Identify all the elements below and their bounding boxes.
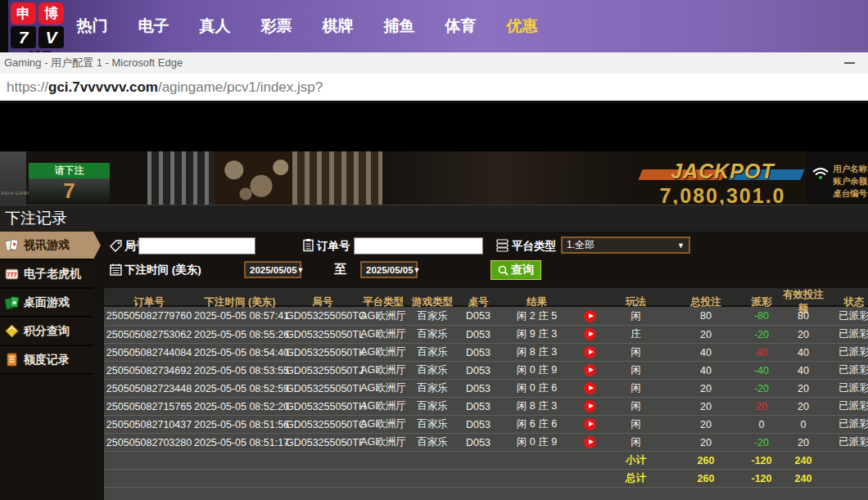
status-cell: 已派彩 (829, 327, 868, 341)
payout-cell: -80 (745, 310, 778, 322)
table-no-cell: D053 (458, 365, 499, 376)
result-cell: 闲 2 庄 5 (499, 309, 575, 323)
total-bet-cell: 40 (667, 347, 745, 358)
date-from-select[interactable]: 2025/05/05 ▼ (244, 261, 301, 278)
valid-bet-cell: 40 (778, 347, 829, 358)
game-type-cell: 百家乐 (407, 309, 458, 323)
order-cell: 250505082703280 (104, 437, 194, 448)
status-cell: 已派彩 (829, 381, 868, 395)
play-button[interactable] (584, 364, 596, 376)
platform-cell: AG欧洲厅 (359, 435, 407, 449)
bet-prompt: 请下注 (29, 163, 110, 178)
play-button[interactable] (584, 400, 596, 412)
game-type-cell: 百家乐 (407, 399, 458, 413)
nav-item-electronic[interactable]: 电子 (123, 16, 184, 37)
nav-item-sports[interactable]: 体育 (430, 16, 491, 37)
sum-valid-bet-cell: 240 (778, 473, 829, 484)
order-cell: 250505082753062 (104, 329, 194, 340)
column-header: 派彩 (745, 295, 778, 309)
search-button-label: 查询 (511, 263, 534, 277)
nav-item-chess[interactable]: 棋牌 (307, 16, 368, 37)
time-cell: 2025-05-05 08:51:56 (194, 419, 286, 430)
time-cell: 2025-05-05 08:52:20 (194, 401, 286, 412)
sidebar-item-points-query[interactable]: 积分查询 (0, 318, 93, 346)
nav-item-promo[interactable]: 优惠 (491, 16, 553, 37)
sidebar-item-slot-machines[interactable]: 777电子老虎机 (0, 260, 93, 289)
sidebar-item-label: 视讯游戏 (24, 238, 70, 253)
jackpot-banner: JACKPOT 7,080,301.0 (639, 151, 807, 205)
svg-text:777: 777 (7, 271, 17, 278)
play-button[interactable] (584, 436, 596, 448)
url-path: /agingame/pcv1/index.jsp? (158, 79, 323, 95)
column-header: 结果 (499, 295, 575, 309)
round-cell: GD053255050TI (286, 383, 359, 394)
round-input[interactable] (138, 237, 255, 255)
table-body: 2505050827797602025-05-05 08:57:41GD0532… (104, 305, 868, 500)
date-to-select[interactable]: 2025/05/05 ▼ (360, 261, 418, 278)
play-button[interactable] (584, 346, 596, 358)
total-bet-cell: 20 (667, 419, 745, 430)
sidebar-item-table-games[interactable]: ♣桌面游戏 (0, 289, 93, 318)
browser-url-bar[interactable]: https://gci.7vvvvvv.com/agingame/pcv1/in… (0, 74, 868, 103)
time-cell: 2025-05-05 08:54:40 (194, 347, 286, 358)
bet-on-cell: 闲 (605, 417, 667, 431)
search-button[interactable]: 查询 (491, 260, 541, 280)
play-button[interactable] (584, 382, 596, 394)
column-header: 玩法 (605, 295, 667, 309)
table-row: 2505050827104372025-05-05 08:51:56GD0532… (104, 415, 868, 433)
jackpot-value: 7,080,301.0 (639, 184, 807, 205)
valid-bet-cell: 20 (778, 329, 829, 340)
platform-cell: AG欧洲厅 (359, 309, 407, 323)
nav-item-live[interactable]: 真人 (184, 16, 246, 37)
play-button[interactable] (584, 328, 596, 340)
bet-on-cell: 闲 (605, 381, 667, 395)
sidebar-item-credit-records[interactable]: 额度记录 (0, 346, 93, 375)
order-filter-label: 订单号 (317, 239, 350, 254)
sum-label-cell: 小计 (605, 453, 667, 467)
account-label: 用户名称 (833, 163, 868, 175)
result-cell: 闲 8 庄 3 (499, 345, 575, 359)
column-header: 总投注 (667, 295, 745, 309)
status-cell: 已派彩 (829, 417, 868, 431)
bet-countdown: 7 (29, 178, 110, 205)
total-bet-cell: 20 (667, 329, 745, 340)
valid-bet-cell: 20 (778, 383, 829, 394)
replay-cell (575, 400, 605, 412)
table-no-cell: D053 (458, 437, 499, 448)
bet-on-cell: 闲 (605, 363, 667, 377)
table-no-cell: D053 (458, 347, 499, 358)
game-type-cell: 百家乐 (407, 345, 458, 359)
sidebar-item-video-games[interactable]: ♥视讯游戏 (0, 232, 93, 260)
nav-item-fishing[interactable]: 捕鱼 (368, 16, 430, 37)
status-cell: 已派彩 (829, 435, 868, 449)
nav-item-hot[interactable]: 热门 (61, 16, 123, 37)
play-button[interactable] (584, 418, 596, 430)
replay-cell (575, 418, 605, 430)
total-bet-cell: 40 (667, 365, 745, 376)
play-button[interactable] (584, 310, 596, 322)
game-type-cell: 百家乐 (407, 435, 458, 449)
payout-cell: -20 (745, 329, 778, 340)
window-titlebar: Gaming - 用户配置 1 - Microsoft Edge (0, 52, 868, 74)
valid-bet-cell: 20 (778, 401, 829, 412)
time-cell: 2025-05-05 08:51:17 (194, 437, 286, 448)
platform-cell: AG欧洲厅 (359, 381, 407, 395)
subtotal-row: 小计260-120240 (104, 451, 868, 469)
sum-payout-cell: -120 (745, 455, 778, 466)
sum-valid-bet-cell: 240 (778, 455, 829, 466)
jackpot-label: JACKPOT (639, 160, 807, 183)
account-label: 账户余额 (833, 175, 868, 187)
sum-total-bet-cell: 260 (667, 455, 745, 466)
nav-item-lottery[interactable]: 彩票 (246, 16, 307, 37)
clipboard-icon (301, 238, 315, 252)
platform-select[interactable]: 1.全部 ▼ (561, 236, 690, 254)
order-input[interactable] (354, 237, 483, 255)
url-domain: gci.7vvvvvv.com (48, 79, 158, 95)
table-header: 订单号下注时间 (美东)局号平台类型游戏类型桌号结果玩法总投注派彩有效投注额状态 (104, 288, 868, 305)
minimize-button[interactable] (844, 62, 855, 64)
game-type-cell: 百家乐 (407, 417, 458, 431)
content: ♥视讯游戏777电子老虎机♣桌面游戏积分查询额度记录 局号 订单号 平台类型 1… (0, 232, 868, 500)
total-bet-cell: 20 (667, 383, 745, 394)
result-cell: 闲 6 庄 6 (499, 417, 575, 431)
game-photo-left: ASIA GAMING (0, 151, 26, 205)
